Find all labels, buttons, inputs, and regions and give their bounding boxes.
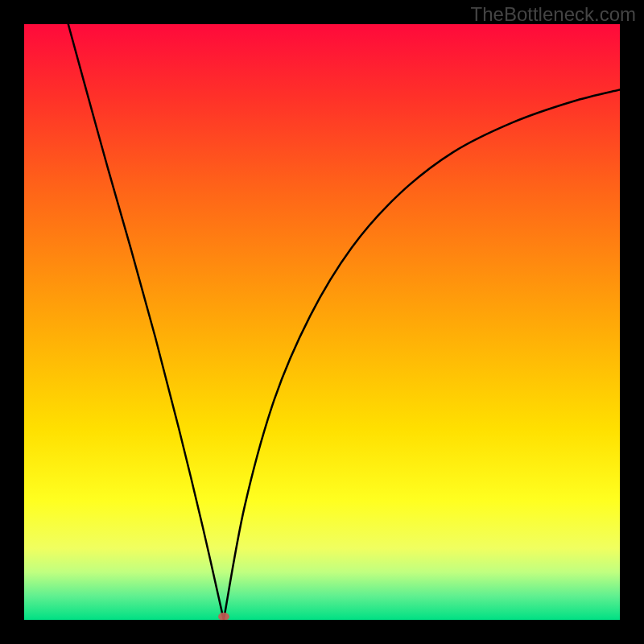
chart-frame: TheBottleneck.com bbox=[0, 0, 644, 644]
watermark-text: TheBottleneck.com bbox=[471, 3, 636, 26]
optimum-marker bbox=[218, 613, 229, 620]
bottleneck-curve bbox=[24, 24, 620, 620]
plot-area bbox=[24, 24, 620, 620]
